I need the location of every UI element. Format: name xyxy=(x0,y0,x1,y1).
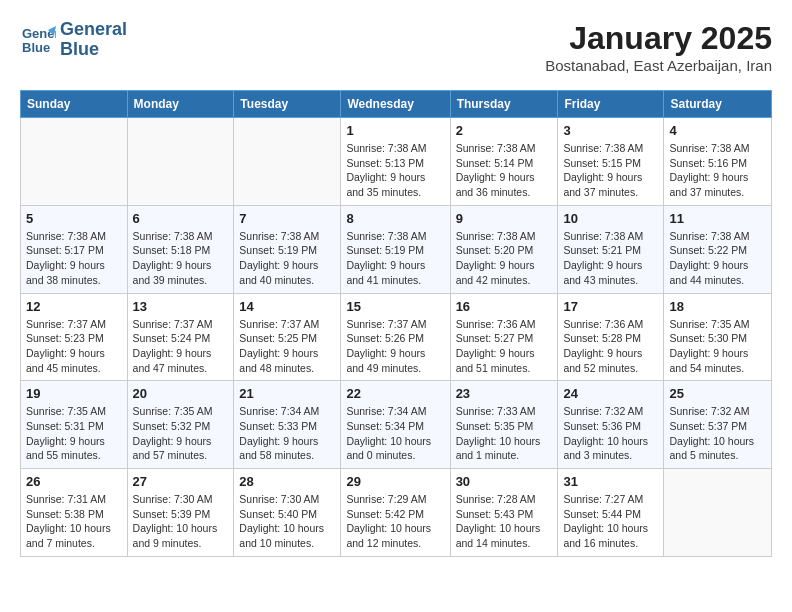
cell-content: 13Sunrise: 7:37 AM Sunset: 5:24 PM Dayli… xyxy=(133,299,229,376)
cell-content xyxy=(26,123,122,195)
day-info: Sunrise: 7:35 AM Sunset: 5:31 PM Dayligh… xyxy=(26,404,122,463)
cell-content: 17Sunrise: 7:36 AM Sunset: 5:28 PM Dayli… xyxy=(563,299,658,376)
logo-text-line1: General xyxy=(60,20,127,40)
day-number: 22 xyxy=(346,386,444,401)
day-info: Sunrise: 7:38 AM Sunset: 5:14 PM Dayligh… xyxy=(456,141,553,200)
day-info: Sunrise: 7:27 AM Sunset: 5:44 PM Dayligh… xyxy=(563,492,658,551)
day-info: Sunrise: 7:37 AM Sunset: 5:25 PM Dayligh… xyxy=(239,317,335,376)
day-number: 28 xyxy=(239,474,335,489)
calendar-cell: 26Sunrise: 7:31 AM Sunset: 5:38 PM Dayli… xyxy=(21,469,128,557)
cell-content: 22Sunrise: 7:34 AM Sunset: 5:34 PM Dayli… xyxy=(346,386,444,463)
day-number: 5 xyxy=(26,211,122,226)
calendar-cell: 20Sunrise: 7:35 AM Sunset: 5:32 PM Dayli… xyxy=(127,381,234,469)
weekday-header-sunday: Sunday xyxy=(21,91,128,118)
day-number: 30 xyxy=(456,474,553,489)
logo-text-line2: Blue xyxy=(60,40,127,60)
cell-content: 27Sunrise: 7:30 AM Sunset: 5:39 PM Dayli… xyxy=(133,474,229,551)
day-number: 20 xyxy=(133,386,229,401)
calendar-cell: 24Sunrise: 7:32 AM Sunset: 5:36 PM Dayli… xyxy=(558,381,664,469)
day-number: 24 xyxy=(563,386,658,401)
day-info: Sunrise: 7:34 AM Sunset: 5:34 PM Dayligh… xyxy=(346,404,444,463)
day-number: 6 xyxy=(133,211,229,226)
calendar-cell xyxy=(234,118,341,206)
day-info: Sunrise: 7:35 AM Sunset: 5:30 PM Dayligh… xyxy=(669,317,766,376)
calendar-cell: 23Sunrise: 7:33 AM Sunset: 5:35 PM Dayli… xyxy=(450,381,558,469)
day-info: Sunrise: 7:36 AM Sunset: 5:28 PM Dayligh… xyxy=(563,317,658,376)
day-info: Sunrise: 7:37 AM Sunset: 5:24 PM Dayligh… xyxy=(133,317,229,376)
cell-content: 20Sunrise: 7:35 AM Sunset: 5:32 PM Dayli… xyxy=(133,386,229,463)
cell-content: 3Sunrise: 7:38 AM Sunset: 5:15 PM Daylig… xyxy=(563,123,658,200)
calendar-cell: 30Sunrise: 7:28 AM Sunset: 5:43 PM Dayli… xyxy=(450,469,558,557)
day-info: Sunrise: 7:34 AM Sunset: 5:33 PM Dayligh… xyxy=(239,404,335,463)
day-info: Sunrise: 7:33 AM Sunset: 5:35 PM Dayligh… xyxy=(456,404,553,463)
day-info: Sunrise: 7:30 AM Sunset: 5:39 PM Dayligh… xyxy=(133,492,229,551)
day-info: Sunrise: 7:30 AM Sunset: 5:40 PM Dayligh… xyxy=(239,492,335,551)
day-info: Sunrise: 7:38 AM Sunset: 5:19 PM Dayligh… xyxy=(346,229,444,288)
logo: General Blue General Blue xyxy=(20,20,127,60)
day-number: 23 xyxy=(456,386,553,401)
day-info: Sunrise: 7:31 AM Sunset: 5:38 PM Dayligh… xyxy=(26,492,122,551)
cell-content: 25Sunrise: 7:32 AM Sunset: 5:37 PM Dayli… xyxy=(669,386,766,463)
day-number: 14 xyxy=(239,299,335,314)
day-info: Sunrise: 7:37 AM Sunset: 5:23 PM Dayligh… xyxy=(26,317,122,376)
day-info: Sunrise: 7:32 AM Sunset: 5:37 PM Dayligh… xyxy=(669,404,766,463)
day-number: 4 xyxy=(669,123,766,138)
day-info: Sunrise: 7:38 AM Sunset: 5:16 PM Dayligh… xyxy=(669,141,766,200)
title-area: January 2025 Bostanabad, East Azerbaijan… xyxy=(545,20,772,74)
day-number: 25 xyxy=(669,386,766,401)
day-info: Sunrise: 7:29 AM Sunset: 5:42 PM Dayligh… xyxy=(346,492,444,551)
calendar-cell: 12Sunrise: 7:37 AM Sunset: 5:23 PM Dayli… xyxy=(21,293,128,381)
day-info: Sunrise: 7:28 AM Sunset: 5:43 PM Dayligh… xyxy=(456,492,553,551)
day-number: 12 xyxy=(26,299,122,314)
calendar-cell: 28Sunrise: 7:30 AM Sunset: 5:40 PM Dayli… xyxy=(234,469,341,557)
day-info: Sunrise: 7:38 AM Sunset: 5:19 PM Dayligh… xyxy=(239,229,335,288)
cell-content: 1Sunrise: 7:38 AM Sunset: 5:13 PM Daylig… xyxy=(346,123,444,200)
calendar-cell: 31Sunrise: 7:27 AM Sunset: 5:44 PM Dayli… xyxy=(558,469,664,557)
cell-content: 5Sunrise: 7:38 AM Sunset: 5:17 PM Daylig… xyxy=(26,211,122,288)
calendar-cell: 7Sunrise: 7:38 AM Sunset: 5:19 PM Daylig… xyxy=(234,205,341,293)
cell-content: 26Sunrise: 7:31 AM Sunset: 5:38 PM Dayli… xyxy=(26,474,122,551)
weekday-header-row: SundayMondayTuesdayWednesdayThursdayFrid… xyxy=(21,91,772,118)
calendar-cell: 8Sunrise: 7:38 AM Sunset: 5:19 PM Daylig… xyxy=(341,205,450,293)
day-number: 26 xyxy=(26,474,122,489)
day-info: Sunrise: 7:35 AM Sunset: 5:32 PM Dayligh… xyxy=(133,404,229,463)
calendar-cell: 6Sunrise: 7:38 AM Sunset: 5:18 PM Daylig… xyxy=(127,205,234,293)
day-number: 1 xyxy=(346,123,444,138)
calendar-table: SundayMondayTuesdayWednesdayThursdayFrid… xyxy=(20,90,772,557)
weekday-header-wednesday: Wednesday xyxy=(341,91,450,118)
calendar-cell: 11Sunrise: 7:38 AM Sunset: 5:22 PM Dayli… xyxy=(664,205,772,293)
day-number: 15 xyxy=(346,299,444,314)
logo-icon: General Blue xyxy=(20,22,56,58)
calendar-cell: 3Sunrise: 7:38 AM Sunset: 5:15 PM Daylig… xyxy=(558,118,664,206)
day-info: Sunrise: 7:38 AM Sunset: 5:18 PM Dayligh… xyxy=(133,229,229,288)
cell-content: 31Sunrise: 7:27 AM Sunset: 5:44 PM Dayli… xyxy=(563,474,658,551)
cell-content: 11Sunrise: 7:38 AM Sunset: 5:22 PM Dayli… xyxy=(669,211,766,288)
day-number: 8 xyxy=(346,211,444,226)
day-info: Sunrise: 7:38 AM Sunset: 5:13 PM Dayligh… xyxy=(346,141,444,200)
calendar-cell: 10Sunrise: 7:38 AM Sunset: 5:21 PM Dayli… xyxy=(558,205,664,293)
cell-content xyxy=(133,123,229,195)
cell-content: 10Sunrise: 7:38 AM Sunset: 5:21 PM Dayli… xyxy=(563,211,658,288)
day-number: 27 xyxy=(133,474,229,489)
calendar-cell: 21Sunrise: 7:34 AM Sunset: 5:33 PM Dayli… xyxy=(234,381,341,469)
calendar-cell: 15Sunrise: 7:37 AM Sunset: 5:26 PM Dayli… xyxy=(341,293,450,381)
cell-content: 15Sunrise: 7:37 AM Sunset: 5:26 PM Dayli… xyxy=(346,299,444,376)
svg-text:General: General xyxy=(22,26,56,41)
calendar-cell: 1Sunrise: 7:38 AM Sunset: 5:13 PM Daylig… xyxy=(341,118,450,206)
cell-content: 19Sunrise: 7:35 AM Sunset: 5:31 PM Dayli… xyxy=(26,386,122,463)
cell-content xyxy=(239,123,335,195)
day-info: Sunrise: 7:37 AM Sunset: 5:26 PM Dayligh… xyxy=(346,317,444,376)
day-number: 3 xyxy=(563,123,658,138)
cell-content: 12Sunrise: 7:37 AM Sunset: 5:23 PM Dayli… xyxy=(26,299,122,376)
day-number: 18 xyxy=(669,299,766,314)
day-info: Sunrise: 7:38 AM Sunset: 5:15 PM Dayligh… xyxy=(563,141,658,200)
cell-content: 18Sunrise: 7:35 AM Sunset: 5:30 PM Dayli… xyxy=(669,299,766,376)
cell-content: 4Sunrise: 7:38 AM Sunset: 5:16 PM Daylig… xyxy=(669,123,766,200)
day-number: 29 xyxy=(346,474,444,489)
day-info: Sunrise: 7:38 AM Sunset: 5:21 PM Dayligh… xyxy=(563,229,658,288)
cell-content: 28Sunrise: 7:30 AM Sunset: 5:40 PM Dayli… xyxy=(239,474,335,551)
calendar-cell: 9Sunrise: 7:38 AM Sunset: 5:20 PM Daylig… xyxy=(450,205,558,293)
day-info: Sunrise: 7:38 AM Sunset: 5:17 PM Dayligh… xyxy=(26,229,122,288)
day-number: 16 xyxy=(456,299,553,314)
day-number: 10 xyxy=(563,211,658,226)
